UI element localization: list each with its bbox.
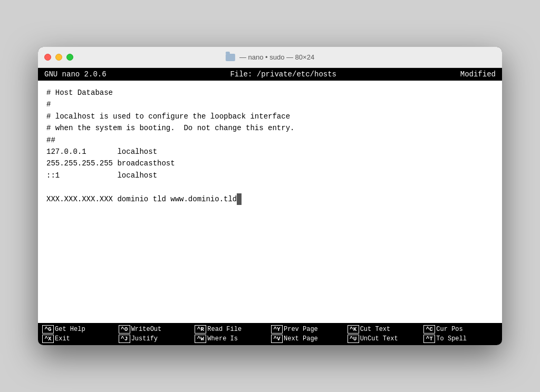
footer-item-get-help: ^G Get Help bbox=[42, 325, 117, 334]
maximize-button[interactable] bbox=[66, 54, 73, 61]
titlebar-center: — nano • sudo — 80×24 bbox=[226, 53, 314, 61]
nano-app-name: GNU nano 2.0.6 bbox=[44, 70, 107, 79]
key-ctrl-u: ^U bbox=[348, 335, 359, 343]
label-exit: Exit bbox=[55, 335, 70, 342]
nano-footer: ^G Get Help ^O WriteOut ^R Read File ^Y … bbox=[38, 323, 502, 345]
key-ctrl-x: ^X bbox=[42, 335, 54, 343]
key-ctrl-w: ^W bbox=[195, 335, 206, 343]
text-cursor bbox=[237, 193, 242, 205]
nano-header: GNU nano 2.0.6 File: /private/etc/hosts … bbox=[38, 68, 502, 81]
key-ctrl-v: ^V bbox=[271, 335, 283, 343]
footer-item-exit: ^X Exit bbox=[42, 335, 117, 343]
folder-icon bbox=[226, 54, 235, 61]
key-ctrl-t: ^T bbox=[423, 335, 435, 343]
footer-item-justify: ^J Justify bbox=[119, 335, 193, 343]
nano-file-path: File: /private/etc/hosts bbox=[230, 70, 336, 79]
label-cut-text: Cut Text bbox=[360, 326, 391, 333]
footer-item-read-file: ^R Read File bbox=[195, 325, 269, 334]
label-writeout: WriteOut bbox=[131, 326, 162, 333]
footer-item-cur-pos: ^C Cur Pos bbox=[423, 325, 498, 334]
footer-item-where-is: ^W Where Is bbox=[195, 335, 269, 343]
nano-status: Modified bbox=[460, 70, 496, 79]
label-uncut-text: UnCut Text bbox=[360, 335, 398, 342]
footer-item-writeout: ^O WriteOut bbox=[119, 325, 193, 334]
footer-item-prev-page: ^Y Prev Page bbox=[271, 325, 345, 334]
label-read-file: Read File bbox=[207, 326, 242, 333]
label-cur-pos: Cur Pos bbox=[436, 326, 462, 333]
key-ctrl-g: ^G bbox=[42, 325, 54, 334]
window-title: — nano • sudo — 80×24 bbox=[239, 53, 314, 61]
terminal-window: — nano • sudo — 80×24 GNU nano 2.0.6 Fil… bbox=[38, 47, 502, 345]
titlebar: — nano • sudo — 80×24 bbox=[38, 47, 502, 68]
footer-item-next-page: ^V Next Page bbox=[271, 335, 345, 343]
key-ctrl-j: ^J bbox=[119, 335, 130, 343]
key-ctrl-r: ^R bbox=[195, 325, 206, 334]
label-justify: Justify bbox=[131, 335, 158, 342]
key-ctrl-c: ^C bbox=[423, 325, 435, 334]
terminal-area[interactable]: GNU nano 2.0.6 File: /private/etc/hosts … bbox=[38, 68, 502, 345]
key-ctrl-k: ^K bbox=[348, 325, 359, 334]
key-ctrl-y: ^Y bbox=[271, 325, 283, 334]
footer-item-to-spell: ^T To Spell bbox=[423, 335, 498, 343]
close-button[interactable] bbox=[44, 54, 51, 61]
label-to-spell: To Spell bbox=[436, 335, 467, 342]
minimize-button[interactable] bbox=[55, 54, 62, 61]
label-where-is: Where Is bbox=[207, 335, 238, 342]
nano-content[interactable]: # Host Database # # localhost is used to… bbox=[38, 81, 502, 323]
key-ctrl-o: ^O bbox=[119, 325, 130, 334]
label-get-help: Get Help bbox=[55, 326, 85, 333]
label-next-page: Next Page bbox=[284, 335, 318, 342]
footer-item-cut-text: ^K Cut Text bbox=[348, 325, 422, 334]
traffic-lights bbox=[44, 54, 73, 61]
footer-item-uncut-text: ^U UnCut Text bbox=[348, 335, 422, 343]
label-prev-page: Prev Page bbox=[284, 326, 318, 333]
